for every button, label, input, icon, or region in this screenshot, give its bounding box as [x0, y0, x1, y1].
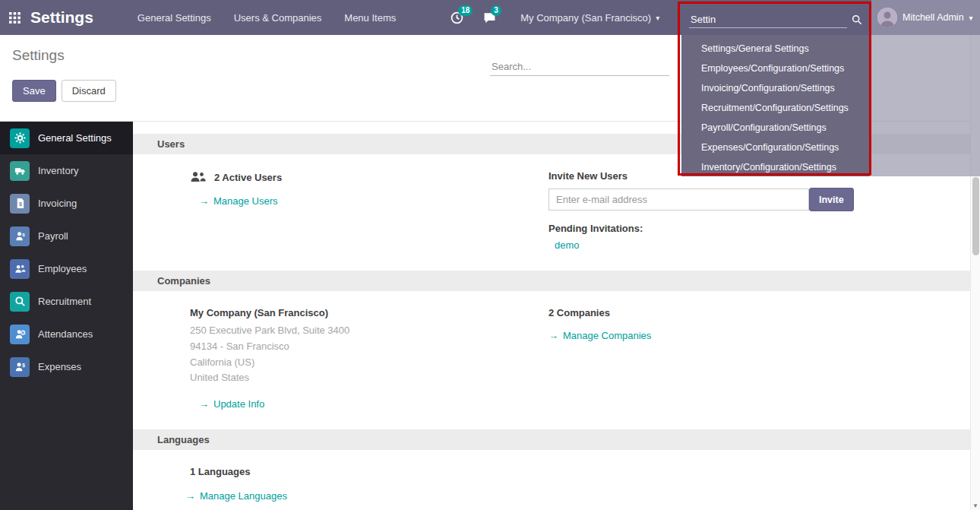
- svg-text:$: $: [18, 201, 21, 207]
- sidebar-item-label: Attendances: [38, 328, 93, 340]
- nav-item-general-settings[interactable]: General Settings: [138, 12, 211, 24]
- messages-badge: 3: [491, 5, 501, 16]
- pending-invitee[interactable]: demo: [548, 239, 965, 251]
- section-title: Languages: [157, 434, 210, 445]
- sidebar-item-recruitment[interactable]: Recruitment: [0, 285, 133, 318]
- sidebar-item-label: Recruitment: [38, 296, 91, 307]
- record-search: [490, 58, 669, 76]
- company-name: My Company (San Francisco): [520, 12, 651, 24]
- section-title: Users: [157, 138, 185, 150]
- sidebar-item-general-settings[interactable]: General Settings: [0, 122, 133, 154]
- save-button[interactable]: Save: [12, 80, 56, 102]
- activities-badge: 18: [458, 5, 473, 16]
- menu-search-results: Settings/General Settings Employees/Conf…: [681, 35, 870, 176]
- section-title: Companies: [157, 275, 210, 287]
- section-languages: 1 Languages → Manage Languages: [133, 450, 980, 510]
- activities-button[interactable]: 18: [450, 11, 463, 24]
- nav-item-users-companies[interactable]: Users & Companies: [234, 12, 322, 24]
- sidebar-item-employees[interactable]: Employees: [0, 252, 133, 285]
- sidebar-item-label: Expenses: [38, 361, 81, 372]
- sidebar-item-expenses[interactable]: $ Expenses: [0, 350, 133, 383]
- search-result-item[interactable]: Inventory/Configuration/Settings: [681, 157, 870, 177]
- svg-text:$: $: [22, 232, 25, 237]
- sidebar-item-label: Employees: [38, 263, 87, 274]
- menu-search-input[interactable]: [689, 11, 847, 28]
- avatar: [877, 8, 897, 27]
- navbar-menu: General Settings Users & Companies Menu …: [138, 12, 396, 24]
- apps-menu-icon[interactable]: [0, 12, 30, 24]
- arrow-right-icon: →: [548, 330, 558, 341]
- company-name: My Company (San Francisco): [190, 307, 548, 318]
- search-result-item[interactable]: Employees/Configuration/Settings: [681, 59, 870, 78]
- attendance-person-clock-icon: [10, 325, 30, 344]
- company-switcher[interactable]: My Company (San Francisco) ▾: [520, 12, 659, 24]
- sidebar-item-attendances[interactable]: Attendances: [0, 318, 133, 350]
- users-group-icon: [190, 170, 207, 184]
- user-menu[interactable]: Mitchell Admin ▾: [871, 0, 980, 35]
- address-line: 94134 - San Francisco: [190, 339, 548, 355]
- languages-count: 1 Languages: [190, 466, 548, 477]
- invite-button[interactable]: Invite: [809, 188, 854, 211]
- sidebar-item-payroll[interactable]: $ Payroll: [0, 220, 133, 252]
- svg-text:$: $: [22, 363, 25, 369]
- truck-icon: [10, 161, 30, 181]
- update-info-link[interactable]: → Update Info: [199, 398, 264, 410]
- invite-email-input[interactable]: [548, 188, 809, 211]
- menu-search-box: [681, 0, 870, 35]
- sidebar-item-label: Invoicing: [38, 198, 77, 209]
- sidebar-item-label: General Settings: [38, 132, 112, 144]
- search-icon[interactable]: [852, 14, 862, 25]
- scrollbar-thumb[interactable]: [972, 177, 979, 255]
- arrow-right-icon: →: [199, 195, 209, 207]
- sidebar-item-inventory[interactable]: Inventory: [0, 154, 133, 187]
- grid-icon: [9, 12, 21, 24]
- gear-icon: [10, 128, 30, 148]
- people-icon: [10, 259, 30, 279]
- search-result-item[interactable]: Recruitment/Configuration/Settings: [681, 98, 870, 118]
- discard-button[interactable]: Discard: [62, 80, 116, 102]
- expense-person-dollar-icon: $: [10, 357, 30, 377]
- settings-form: Users 2 Active Users → Manage Users: [133, 122, 980, 510]
- scrollbar-down-arrow[interactable]: ▼: [971, 502, 980, 509]
- payroll-person-icon: $: [10, 226, 30, 246]
- magnifier-icon: [10, 292, 30, 312]
- caret-down-icon: ▾: [969, 14, 973, 22]
- sidebar-item-label: Inventory: [38, 165, 78, 176]
- company-address: 250 Executive Park Blvd, Suite 3400 9413…: [190, 323, 548, 386]
- address-line: California (US): [190, 355, 548, 371]
- active-users-count: 2 Active Users: [214, 172, 282, 183]
- record-search-input[interactable]: [490, 58, 669, 76]
- menu-search-dropdown: Settings/General Settings Employees/Conf…: [681, 0, 870, 176]
- section-header-companies: Companies: [133, 271, 980, 291]
- manage-companies-link[interactable]: → Manage Companies: [548, 330, 651, 341]
- arrow-right-icon: →: [185, 490, 195, 502]
- search-result-item[interactable]: Invoicing/Configuration/Settings: [681, 78, 870, 98]
- pending-invitations-label: Pending Invitations:: [548, 223, 965, 234]
- manage-users-link[interactable]: → Manage Users: [199, 195, 278, 207]
- menu-overlay-backdrop: [871, 35, 980, 176]
- avatar-person-icon: [877, 8, 897, 27]
- address-line: 250 Executive Park Blvd, Suite 3400: [190, 323, 548, 339]
- nav-item-menu-items[interactable]: Menu Items: [344, 12, 396, 24]
- search-result-item[interactable]: Expenses/Configuration/Settings: [681, 138, 870, 157]
- invoice-document-icon: $: [10, 194, 30, 214]
- settings-sidebar: General Settings Inventory $ Invoicing $…: [0, 122, 133, 510]
- section-header-languages: Languages: [133, 429, 980, 450]
- app-title[interactable]: Settings: [30, 8, 93, 27]
- companies-count: 2 Companies: [548, 307, 965, 318]
- address-line: United States: [190, 370, 548, 386]
- arrow-right-icon: →: [199, 398, 209, 410]
- user-name: Mitchell Admin: [903, 12, 964, 23]
- caret-down-icon: ▾: [656, 14, 659, 22]
- manage-languages-link[interactable]: → Manage Languages: [185, 490, 287, 502]
- section-companies: My Company (San Francisco) 250 Executive…: [133, 291, 980, 429]
- messages-button[interactable]: 3: [483, 11, 496, 24]
- search-result-item[interactable]: Settings/General Settings: [681, 39, 870, 59]
- sidebar-item-invoicing[interactable]: $ Invoicing: [0, 187, 133, 220]
- search-result-item[interactable]: Payroll/Configuration/Settings: [681, 118, 870, 138]
- sidebar-item-label: Payroll: [38, 230, 68, 242]
- navbar-systray: 18 3: [450, 11, 496, 24]
